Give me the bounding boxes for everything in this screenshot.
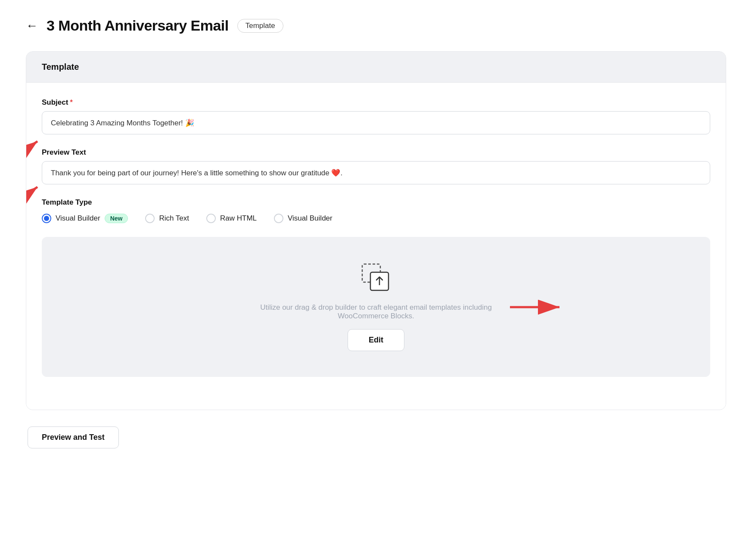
edit-button[interactable]: Edit [348, 329, 404, 351]
back-button[interactable]: ← [26, 20, 38, 32]
preview-text-label: Preview Text [42, 148, 710, 157]
radio-label-rich-text: Rich Text [159, 214, 189, 223]
radio-option-rich-text[interactable]: Rich Text [145, 214, 189, 223]
radio-label-raw-html: Raw HTML [220, 214, 257, 223]
card-body: Subject * [26, 83, 726, 410]
preview-test-button[interactable]: Preview and Test [28, 426, 119, 448]
arrow-subject [26, 124, 42, 159]
builder-area: Utilize our drag & drop builder to craft… [42, 237, 710, 377]
radio-option-raw-html[interactable]: Raw HTML [206, 214, 257, 223]
builder-description: Utilize our drag & drop builder to craft… [247, 303, 505, 320]
subject-label: Subject * [42, 98, 710, 107]
new-badge: New [105, 214, 128, 223]
radio-label-visual-builder-new: Visual Builder [56, 214, 100, 223]
radio-option-visual-builder[interactable]: Visual Builder [274, 214, 332, 223]
radio-rich-text[interactable] [145, 214, 155, 223]
page-title: 3 Month Anniversary Email [47, 17, 229, 34]
radio-option-visual-builder-new[interactable]: Visual Builder New [42, 214, 128, 223]
template-type-label: Template Type [42, 198, 710, 207]
subject-input[interactable] [42, 111, 710, 134]
radio-group: Visual Builder New Rich Text Raw HTML [42, 214, 710, 223]
radio-visual-builder[interactable] [274, 214, 283, 223]
preview-text-input[interactable] [42, 161, 710, 184]
radio-label-visual-builder: Visual Builder [288, 214, 332, 223]
template-badge: Template [237, 19, 283, 33]
radio-visual-builder-new[interactable] [42, 214, 51, 223]
main-card: Template Subject * [26, 51, 726, 410]
subject-group: Subject * [42, 98, 710, 134]
card-header-title: Template [42, 62, 79, 72]
required-star: * [70, 99, 72, 106]
radio-raw-html[interactable] [206, 214, 216, 223]
builder-icon [361, 263, 391, 295]
template-type-group: Template Type Visual Builder New Rich Te… [42, 198, 710, 223]
preview-text-group: Preview Text [42, 148, 710, 184]
arrow-preview-text [26, 170, 42, 204]
card-header: Template [26, 52, 726, 83]
